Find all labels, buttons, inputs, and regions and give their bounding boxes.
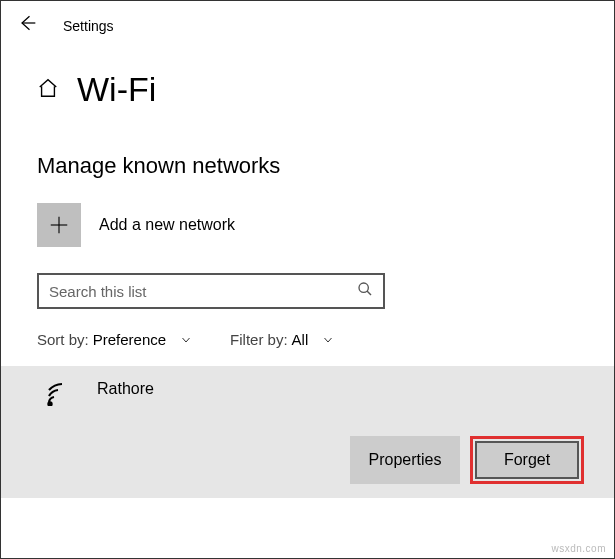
watermark: wsxdn.com xyxy=(551,543,606,554)
filter-label: Filter by: xyxy=(230,331,288,348)
forget-button[interactable]: Forget xyxy=(475,441,579,479)
search-input[interactable]: Search this list xyxy=(37,273,385,309)
network-item[interactable]: Rathore Properties Forget xyxy=(1,366,614,498)
search-placeholder: Search this list xyxy=(49,283,147,300)
svg-point-5 xyxy=(48,402,51,405)
home-icon[interactable] xyxy=(37,77,59,103)
sort-label: Sort by: xyxy=(37,331,89,348)
properties-button[interactable]: Properties xyxy=(350,436,460,484)
network-name: Rathore xyxy=(97,380,154,398)
back-icon[interactable] xyxy=(17,13,37,38)
forget-highlight: Forget xyxy=(470,436,584,484)
sort-by-dropdown[interactable]: Sort by: Preference xyxy=(37,331,192,348)
page-subtitle: Manage known networks xyxy=(1,119,614,203)
wifi-icon xyxy=(47,380,77,410)
chevron-down-icon xyxy=(322,334,334,346)
add-network-button[interactable]: Add a new network xyxy=(1,203,614,273)
app-title: Settings xyxy=(63,18,114,34)
chevron-down-icon xyxy=(180,334,192,346)
svg-line-4 xyxy=(367,291,371,295)
plus-icon xyxy=(37,203,81,247)
sort-value: Preference xyxy=(93,331,166,348)
filter-by-dropdown[interactable]: Filter by: All xyxy=(230,331,334,348)
page-title: Wi-Fi xyxy=(77,70,156,109)
add-network-label: Add a new network xyxy=(99,216,235,234)
svg-point-3 xyxy=(359,283,368,292)
search-icon xyxy=(357,281,373,301)
filter-value: All xyxy=(292,331,309,348)
